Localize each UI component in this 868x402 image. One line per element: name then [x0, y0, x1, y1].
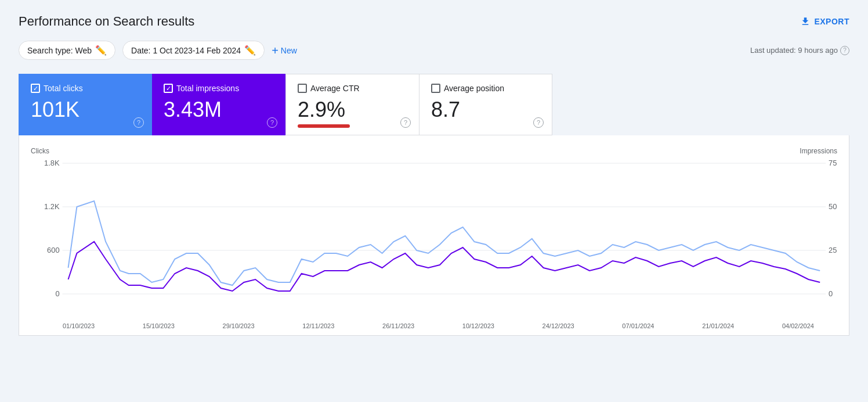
- x-label-6: 24/12/2023: [542, 322, 574, 329]
- edit-icon-date: ✏️: [244, 45, 256, 56]
- clicks-label: Total clicks: [44, 84, 83, 93]
- page-title: Performance on Search results: [19, 14, 194, 29]
- y-axis-left-label: Clicks: [31, 147, 49, 155]
- metric-total-clicks[interactable]: Total clicks 101K ?: [19, 74, 152, 135]
- clicks-line: [68, 201, 820, 285]
- ctr-checkbox[interactable]: [298, 84, 307, 93]
- new-label: New: [281, 46, 297, 55]
- header: Performance on Search results EXPORT: [19, 14, 849, 29]
- x-axis-labels: 01/10/2023 15/10/2023 29/10/2023 12/11/2…: [31, 320, 837, 329]
- chart-container: Clicks Impressions 1.8K 1.2K 600 0 75K 5…: [19, 135, 849, 336]
- svg-text:75K: 75K: [829, 159, 837, 167]
- position-label: Average position: [444, 84, 504, 93]
- metric-average-position[interactable]: Average position 8.7 ?: [419, 74, 552, 135]
- svg-text:50K: 50K: [829, 202, 837, 211]
- edit-icon: ✏️: [95, 45, 107, 56]
- svg-text:1.8K: 1.8K: [44, 159, 60, 167]
- export-button[interactable]: EXPORT: [800, 16, 849, 27]
- impressions-checkbox[interactable]: [164, 84, 173, 93]
- position-value: 8.7: [431, 98, 540, 122]
- svg-text:600: 600: [47, 246, 60, 254]
- svg-text:1.2K: 1.2K: [44, 202, 60, 211]
- impressions-line: [68, 242, 820, 291]
- x-label-3: 12/11/2023: [302, 322, 334, 329]
- impressions-label: Total impressions: [176, 84, 239, 93]
- x-label-1: 15/10/2023: [143, 322, 175, 329]
- ctr-label: Average CTR: [310, 84, 360, 93]
- x-label-8: 21/01/2024: [702, 322, 734, 329]
- new-button[interactable]: + New: [272, 45, 297, 56]
- metrics-row: Total clicks 101K ? Total impressions 3.…: [19, 74, 849, 135]
- search-type-label: Search type: Web: [27, 46, 92, 55]
- x-label-2: 29/10/2023: [223, 322, 255, 329]
- date-label: Date: 1 Oct 2023-14 Feb 2024: [131, 46, 241, 55]
- impressions-info-icon[interactable]: ?: [267, 117, 277, 128]
- ctr-info-icon[interactable]: ?: [400, 117, 411, 128]
- plus-icon: +: [272, 45, 279, 56]
- x-label-7: 07/01/2024: [622, 322, 654, 329]
- metric-total-impressions[interactable]: Total impressions 3.43M ?: [152, 74, 285, 135]
- info-icon: ?: [840, 46, 849, 55]
- date-filter[interactable]: Date: 1 Oct 2023-14 Feb 2024 ✏️: [122, 41, 265, 60]
- metric-average-ctr[interactable]: Average CTR 2.9% ?: [285, 74, 419, 135]
- position-checkbox[interactable]: [431, 84, 440, 93]
- export-label: EXPORT: [814, 17, 849, 26]
- svg-text:0: 0: [829, 289, 833, 298]
- search-type-filter[interactable]: Search type: Web ✏️: [19, 41, 115, 60]
- clicks-checkbox[interactable]: [31, 84, 40, 93]
- x-label-9: 04/02/2024: [782, 322, 814, 329]
- filter-row: Search type: Web ✏️ Date: 1 Oct 2023-14 …: [19, 41, 849, 60]
- y-axis-right-label: Impressions: [800, 147, 837, 155]
- x-label-4: 26/11/2023: [382, 322, 414, 329]
- clicks-value: 101K: [31, 98, 140, 122]
- clicks-info-icon[interactable]: ?: [133, 117, 144, 128]
- svg-text:25K: 25K: [829, 246, 837, 254]
- impressions-value: 3.43M: [164, 98, 274, 122]
- export-icon: [800, 16, 811, 27]
- ctr-underline: [298, 124, 350, 128]
- x-label-0: 01/10/2023: [63, 322, 95, 329]
- ctr-value: 2.9%: [298, 98, 407, 122]
- x-label-5: 10/12/2023: [462, 322, 494, 329]
- last-updated: Last updated: 9 hours ago ?: [750, 46, 849, 55]
- position-info-icon[interactable]: ?: [533, 117, 544, 128]
- performance-chart: 1.8K 1.2K 600 0 75K 50K 25K 0: [31, 157, 837, 320]
- svg-text:0: 0: [55, 289, 59, 298]
